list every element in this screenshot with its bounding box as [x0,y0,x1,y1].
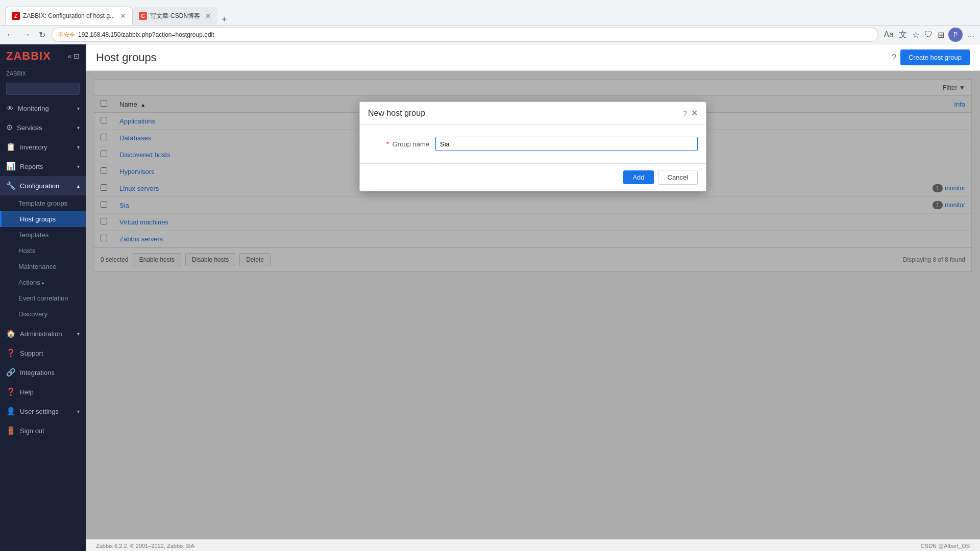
sidebar-item-help[interactable]: ❓ Help [0,382,86,402]
sub-item-label-discovery: Discovery [18,310,47,318]
app-footer: Zabbix 6.2.2. © 2001–2022, Zabbix SIA CS… [86,539,980,551]
sidebar-item-label-reports: Reports [20,163,43,170]
browser-icon-translate[interactable]: 文 [898,29,908,41]
sidebar-item-label-inventory: Inventory [20,143,47,151]
browser-tabs: Z ZABBIX: Configuration of host g... ✕ C… [5,0,231,25]
chevron-monitoring: ▾ [77,106,80,111]
sidebar-item-event-correlation[interactable]: Event correlation [0,290,86,306]
sidebar-item-host-groups[interactable]: Host groups [0,211,86,227]
browser-profile[interactable]: P [948,28,963,42]
sub-item-label-template-groups: Template groups [18,199,67,207]
sidebar-item-actions[interactable]: Actions ▸ [0,274,86,290]
csdn-favicon: C [139,12,147,20]
browser-icon-shield[interactable]: 🛡 [923,29,934,40]
chevron-actions: ▸ [42,280,44,286]
sidebar-brand: ZABBIX [0,68,86,79]
sub-item-label-hosts: Hosts [18,247,35,255]
sidebar-item-inventory[interactable]: 📋 Inventory ▾ [0,137,86,157]
sign-out-icon: 🚪 [6,426,16,435]
content-area: Filter ▼ Name ▲ [86,71,980,539]
browser-icons: Aa 文 ☆ 🛡 ⊞ P … [883,28,976,42]
sidebar: ZABBIX « ⊡ ZABBIX 👁 Monitoring ▾ ⚙ Servi… [0,44,86,551]
sidebar-item-services[interactable]: ⚙ Services ▾ [0,118,86,137]
sidebar-item-template-groups[interactable]: Template groups [0,195,86,211]
configuration-icon: 🔧 [6,181,16,190]
modal-footer: Add Cancel [360,163,706,191]
sidebar-pin-icon[interactable]: ⊡ [74,52,80,60]
tab-label-zabbix: ZABBIX: Configuration of host g... [23,12,115,19]
modal-header: New host group ? ✕ [360,102,706,124]
group-name-label: * Group name [368,140,429,148]
services-icon: ⚙ [6,123,13,132]
sidebar-item-user-settings[interactable]: 👤 User settings ▾ [0,402,86,421]
chevron-reports: ▾ [77,164,80,169]
sidebar-item-discovery[interactable]: Discovery [0,306,86,322]
chevron-inventory: ▾ [77,144,80,150]
browser-icon-star[interactable]: ☆ [911,29,920,41]
sidebar-search [0,79,86,99]
forward-button[interactable]: → [20,29,33,40]
zabbix-favicon: Z [12,12,20,20]
chevron-services: ▾ [77,125,80,131]
group-name-input[interactable] [435,137,698,151]
tab-close-csdn[interactable]: ✕ [205,12,211,20]
reload-button[interactable]: ↻ [37,29,47,41]
sidebar-collapse-icon[interactable]: « [67,52,71,60]
browser-more[interactable]: … [966,29,976,40]
required-star: * [386,140,389,148]
app-layout: ZABBIX « ⊡ ZABBIX 👁 Monitoring ▾ ⚙ Servi… [0,44,980,551]
search-input[interactable] [6,83,80,95]
sidebar-item-maintenance[interactable]: Maintenance [0,259,86,274]
sidebar-item-label-support: Support [20,349,43,357]
sidebar-item-administration[interactable]: 🏠 Administration ▾ [0,324,86,343]
sidebar-item-hosts[interactable]: Hosts [0,243,86,259]
sidebar-item-configuration[interactable]: 🔧 Configuration ▴ [0,176,86,195]
footer-version: Zabbix 6.2.2. © 2001–2022, Zabbix SIA [96,543,194,549]
new-tab-button[interactable]: + [217,14,231,25]
sidebar-item-monitoring[interactable]: 👁 Monitoring ▾ [0,99,86,118]
sub-item-label-templates: Templates [18,231,48,239]
sidebar-item-label-configuration: Configuration [20,182,59,190]
sidebar-header-icons: « ⊡ [67,52,80,60]
modal-add-button[interactable]: Add [623,170,653,184]
administration-icon: 🏠 [6,329,16,338]
sidebar-item-sign-out[interactable]: 🚪 Sign out [0,421,86,440]
sidebar-item-templates[interactable]: Templates [0,227,86,243]
chevron-user-settings: ▾ [77,409,80,414]
sub-item-label-host-groups: Host groups [20,215,56,223]
chevron-configuration: ▴ [77,183,80,189]
sidebar-item-label-user-settings: User settings [20,408,59,415]
user-settings-icon: 👤 [6,407,16,416]
sidebar-item-label-administration: Administration [20,330,62,338]
help-icon: ❓ [6,387,16,396]
integrations-icon: 🔗 [6,368,16,377]
sidebar-item-label-help: Help [20,388,34,396]
group-name-label-text: Group name [393,140,429,148]
main-content: Host groups ? Create host group Filter ▼ [86,44,980,551]
browser-icon-read[interactable]: Aa [883,29,895,40]
footer-user: CSDN @Albert_OS [921,543,970,549]
zabbix-logo: ZABBIX [6,49,51,63]
sidebar-item-support[interactable]: ❓ Support [0,343,86,363]
insecure-badge: 不安全 [58,31,75,39]
modal-body: * Group name [360,124,706,163]
sidebar-item-reports[interactable]: 📊 Reports ▾ [0,157,86,176]
browser-tab-zabbix[interactable]: Z ZABBIX: Configuration of host g... ✕ [5,7,133,25]
modal-help-icon[interactable]: ? [683,109,687,117]
modal-title: New host group [368,109,425,118]
address-bar[interactable]: 不安全 192.168.48.150/zabbix.php?action=hos… [52,28,878,42]
back-button[interactable]: ← [4,29,16,40]
inventory-icon: 📋 [6,142,16,152]
page-help-icon[interactable]: ? [892,53,896,62]
browser-icon-collections[interactable]: ⊞ [937,29,945,41]
tab-close-zabbix[interactable]: ✕ [120,12,126,20]
sidebar-item-integrations[interactable]: 🔗 Integrations [0,363,86,382]
sub-item-label-event-correlation: Event correlation [18,294,68,302]
address-text: 192.168.48.150/zabbix.php?action=hostgro… [78,31,214,38]
page-header-actions: ? Create host group [892,49,970,65]
modal-close-button[interactable]: ✕ [691,108,698,118]
modal-cancel-button[interactable]: Cancel [658,170,698,185]
browser-tab-csdn[interactable]: C 写文章-CSDN博客 ✕ [133,7,217,25]
group-name-row: * Group name [368,137,698,151]
create-host-group-button[interactable]: Create host group [900,49,970,65]
